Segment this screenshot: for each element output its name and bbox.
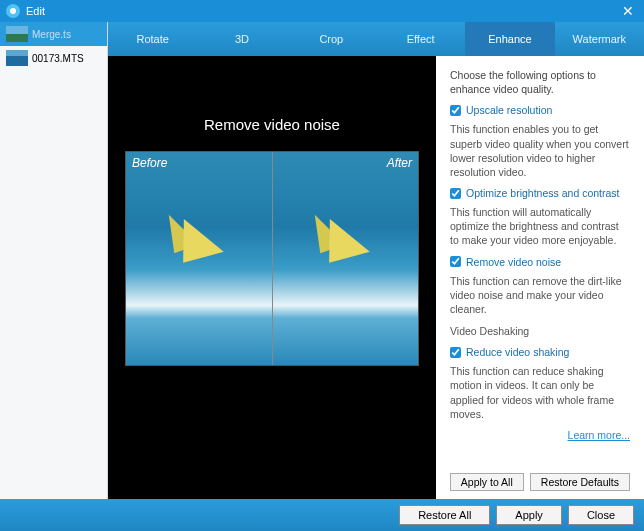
sidebar-item-label: 00173.MTS [32,53,84,64]
close-button[interactable]: Close [568,505,634,525]
thumbnail-icon [6,26,28,42]
file-sidebar: Merge.ts 00173.MTS [0,22,108,499]
thumbnail-icon [6,50,28,66]
upscale-label: Upscale resolution [466,104,552,116]
tab-watermark[interactable]: Watermark [555,22,644,56]
tab-crop[interactable]: Crop [287,22,376,56]
brightness-checkbox[interactable] [450,188,461,199]
brightness-desc: This function will automatically optimiz… [450,205,630,248]
preview-title: Remove video noise [204,116,340,133]
deshake-heading: Video Deshaking [450,324,630,338]
sidebar-item-00173[interactable]: 00173.MTS [0,46,107,70]
app-logo-icon [6,4,20,18]
tab-enhance[interactable]: Enhance [465,22,554,56]
apply-button[interactable]: Apply [496,505,562,525]
shaking-checkbox-row[interactable]: Reduce video shaking [450,346,630,358]
tab-3d[interactable]: 3D [197,22,286,56]
tab-effect[interactable]: Effect [376,22,465,56]
options-panel: Choose the following options to enhance … [436,56,644,499]
brightness-label: Optimize brightness and contrast [466,187,620,199]
before-after-compare: Before After [125,151,419,366]
tab-bar: Rotate 3D Crop Effect Enhance Watermark [108,22,644,56]
after-pane: After [272,152,419,365]
before-label: Before [132,156,167,170]
sidebar-item-label: Merge.ts [32,29,71,40]
shaking-checkbox[interactable] [450,347,461,358]
noise-desc: This function can remove the dirt-like v… [450,274,630,317]
learn-more-link[interactable]: Learn more... [568,429,630,441]
footer-bar: Restore All Apply Close [0,499,644,531]
options-intro: Choose the following options to enhance … [450,68,630,96]
noise-label: Remove video noise [466,256,561,268]
noise-checkbox[interactable] [450,256,461,267]
upscale-checkbox-row[interactable]: Upscale resolution [450,104,630,116]
shaking-label: Reduce video shaking [466,346,569,358]
tab-rotate[interactable]: Rotate [108,22,197,56]
shaking-desc: This function can reduce shaking motion … [450,364,630,421]
after-label: After [387,156,412,170]
upscale-desc: This function enables you to get superb … [450,122,630,179]
sidebar-item-merge[interactable]: Merge.ts [0,22,107,46]
preview-panel: Remove video noise Before After [108,56,436,499]
restore-all-button[interactable]: Restore All [399,505,490,525]
apply-to-all-button[interactable]: Apply to All [450,473,524,491]
restore-defaults-button[interactable]: Restore Defaults [530,473,630,491]
upscale-checkbox[interactable] [450,105,461,116]
brightness-checkbox-row[interactable]: Optimize brightness and contrast [450,187,630,199]
noise-checkbox-row[interactable]: Remove video noise [450,256,630,268]
learn-more-row: Learn more... [450,429,630,441]
close-icon[interactable]: ✕ [618,3,638,19]
window-title: Edit [26,5,45,17]
before-pane: Before [126,152,272,365]
title-bar: Edit ✕ [0,0,644,22]
